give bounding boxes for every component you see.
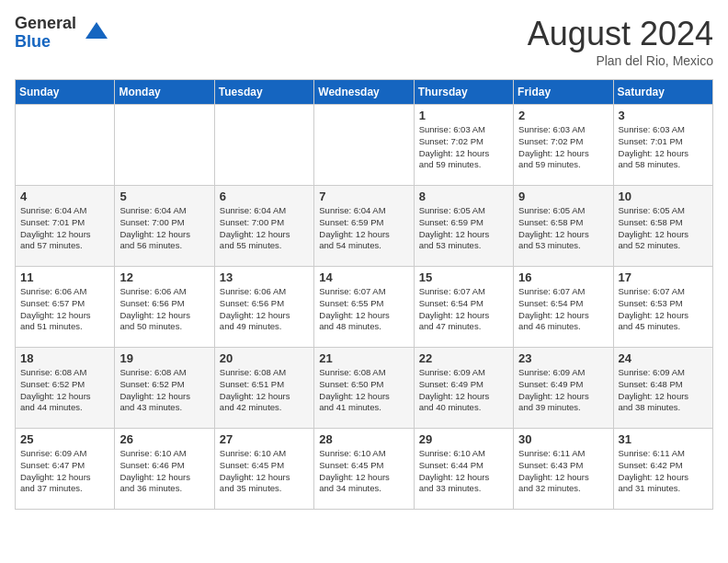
col-sunday: Sunday bbox=[16, 80, 115, 105]
calendar-cell: 23Sunrise: 6:09 AM Sunset: 6:49 PM Dayli… bbox=[514, 348, 613, 429]
calendar-week-row: 18Sunrise: 6:08 AM Sunset: 6:52 PM Dayli… bbox=[16, 348, 713, 429]
day-info: Sunrise: 6:08 AM Sunset: 6:51 PM Dayligh… bbox=[220, 367, 309, 414]
day-info: Sunrise: 6:05 AM Sunset: 6:58 PM Dayligh… bbox=[518, 205, 608, 252]
title-block: August 2024 Plan del Rio, Mexico bbox=[528, 15, 713, 68]
day-number: 13 bbox=[220, 270, 309, 284]
calendar-cell: 15Sunrise: 6:07 AM Sunset: 6:54 PM Dayli… bbox=[414, 267, 513, 348]
calendar-week-row: 25Sunrise: 6:09 AM Sunset: 6:47 PM Dayli… bbox=[16, 429, 713, 510]
day-info: Sunrise: 6:07 AM Sunset: 6:53 PM Dayligh… bbox=[619, 286, 708, 333]
calendar-cell: 5Sunrise: 6:04 AM Sunset: 7:00 PM Daylig… bbox=[115, 186, 214, 267]
calendar-cell: 17Sunrise: 6:07 AM Sunset: 6:53 PM Dayli… bbox=[613, 267, 712, 348]
day-info: Sunrise: 6:07 AM Sunset: 6:55 PM Dayligh… bbox=[319, 286, 408, 333]
svg-marker-0 bbox=[85, 22, 108, 39]
calendar-cell bbox=[214, 105, 313, 186]
day-number: 26 bbox=[119, 432, 209, 446]
calendar-cell: 11Sunrise: 6:06 AM Sunset: 6:57 PM Dayli… bbox=[16, 267, 115, 348]
day-number: 9 bbox=[518, 190, 608, 203]
day-info: Sunrise: 6:06 AM Sunset: 6:57 PM Dayligh… bbox=[20, 286, 109, 333]
day-info: Sunrise: 6:07 AM Sunset: 6:54 PM Dayligh… bbox=[419, 286, 508, 333]
day-number: 28 bbox=[319, 432, 408, 446]
day-number: 8 bbox=[419, 190, 508, 203]
calendar-cell: 25Sunrise: 6:09 AM Sunset: 6:47 PM Dayli… bbox=[16, 429, 115, 510]
page-header: General Blue August 2024 Plan del Rio, M… bbox=[15, 15, 713, 68]
calendar-cell: 18Sunrise: 6:08 AM Sunset: 6:52 PM Dayli… bbox=[16, 348, 115, 429]
location: Plan del Rio, Mexico bbox=[528, 53, 713, 68]
calendar-table: Sunday Monday Tuesday Wednesday Thursday… bbox=[15, 79, 713, 510]
day-info: Sunrise: 6:06 AM Sunset: 6:56 PM Dayligh… bbox=[119, 286, 209, 333]
day-info: Sunrise: 6:06 AM Sunset: 6:56 PM Dayligh… bbox=[220, 286, 309, 333]
calendar-cell: 31Sunrise: 6:11 AM Sunset: 6:42 PM Dayli… bbox=[613, 429, 712, 510]
day-info: Sunrise: 6:11 AM Sunset: 6:42 PM Dayligh… bbox=[619, 448, 708, 495]
day-number: 4 bbox=[20, 190, 109, 203]
day-number: 3 bbox=[619, 109, 708, 122]
day-number: 30 bbox=[518, 432, 608, 446]
day-info: Sunrise: 6:03 AM Sunset: 7:01 PM Dayligh… bbox=[619, 124, 708, 171]
calendar-cell: 29Sunrise: 6:10 AM Sunset: 6:44 PM Dayli… bbox=[414, 429, 513, 510]
calendar-cell: 3Sunrise: 6:03 AM Sunset: 7:01 PM Daylig… bbox=[613, 105, 712, 186]
calendar-cell bbox=[314, 105, 414, 186]
calendar-week-row: 11Sunrise: 6:06 AM Sunset: 6:57 PM Dayli… bbox=[16, 267, 713, 348]
day-info: Sunrise: 6:08 AM Sunset: 6:50 PM Dayligh… bbox=[319, 367, 408, 414]
day-number: 31 bbox=[619, 432, 708, 446]
day-number: 25 bbox=[20, 432, 109, 446]
day-number: 21 bbox=[319, 351, 408, 365]
day-info: Sunrise: 6:10 AM Sunset: 6:44 PM Dayligh… bbox=[419, 448, 508, 495]
calendar-cell: 21Sunrise: 6:08 AM Sunset: 6:50 PM Dayli… bbox=[314, 348, 414, 429]
header-row: Sunday Monday Tuesday Wednesday Thursday… bbox=[16, 80, 713, 105]
calendar-cell: 16Sunrise: 6:07 AM Sunset: 6:54 PM Dayli… bbox=[514, 267, 613, 348]
day-info: Sunrise: 6:11 AM Sunset: 6:43 PM Dayligh… bbox=[518, 448, 608, 495]
calendar-cell: 26Sunrise: 6:10 AM Sunset: 6:46 PM Dayli… bbox=[115, 429, 214, 510]
calendar-cell: 7Sunrise: 6:04 AM Sunset: 6:59 PM Daylig… bbox=[314, 186, 414, 267]
day-number: 10 bbox=[619, 190, 708, 203]
day-info: Sunrise: 6:09 AM Sunset: 6:49 PM Dayligh… bbox=[419, 367, 508, 414]
day-info: Sunrise: 6:09 AM Sunset: 6:48 PM Dayligh… bbox=[619, 367, 708, 414]
calendar-cell: 9Sunrise: 6:05 AM Sunset: 6:58 PM Daylig… bbox=[514, 186, 613, 267]
day-info: Sunrise: 6:09 AM Sunset: 6:49 PM Dayligh… bbox=[518, 367, 608, 414]
day-number: 11 bbox=[20, 270, 109, 284]
calendar-cell bbox=[16, 105, 115, 186]
col-thursday: Thursday bbox=[414, 80, 513, 105]
day-number: 2 bbox=[518, 109, 608, 122]
day-info: Sunrise: 6:10 AM Sunset: 6:45 PM Dayligh… bbox=[319, 448, 408, 495]
day-number: 19 bbox=[119, 351, 209, 365]
day-number: 24 bbox=[619, 351, 708, 365]
calendar-cell: 24Sunrise: 6:09 AM Sunset: 6:48 PM Dayli… bbox=[613, 348, 712, 429]
day-number: 6 bbox=[220, 190, 309, 203]
calendar-cell: 8Sunrise: 6:05 AM Sunset: 6:59 PM Daylig… bbox=[414, 186, 513, 267]
calendar-cell: 30Sunrise: 6:11 AM Sunset: 6:43 PM Dayli… bbox=[514, 429, 613, 510]
day-info: Sunrise: 6:08 AM Sunset: 6:52 PM Dayligh… bbox=[119, 367, 209, 414]
calendar-cell: 13Sunrise: 6:06 AM Sunset: 6:56 PM Dayli… bbox=[214, 267, 313, 348]
calendar-cell: 27Sunrise: 6:10 AM Sunset: 6:45 PM Dayli… bbox=[214, 429, 313, 510]
calendar-header: Sunday Monday Tuesday Wednesday Thursday… bbox=[16, 80, 713, 105]
day-number: 20 bbox=[220, 351, 309, 365]
logo-blue-text: Blue bbox=[15, 33, 76, 52]
day-info: Sunrise: 6:07 AM Sunset: 6:54 PM Dayligh… bbox=[518, 286, 608, 333]
calendar-cell: 19Sunrise: 6:08 AM Sunset: 6:52 PM Dayli… bbox=[115, 348, 214, 429]
day-number: 16 bbox=[518, 270, 608, 284]
calendar-week-row: 1Sunrise: 6:03 AM Sunset: 7:02 PM Daylig… bbox=[16, 105, 713, 186]
col-wednesday: Wednesday bbox=[314, 80, 414, 105]
logo: General Blue bbox=[15, 15, 109, 52]
col-friday: Friday bbox=[514, 80, 613, 105]
calendar-cell: 10Sunrise: 6:05 AM Sunset: 6:58 PM Dayli… bbox=[613, 186, 712, 267]
day-info: Sunrise: 6:04 AM Sunset: 7:00 PM Dayligh… bbox=[220, 205, 309, 252]
calendar-body: 1Sunrise: 6:03 AM Sunset: 7:02 PM Daylig… bbox=[16, 105, 713, 510]
day-number: 17 bbox=[619, 270, 708, 284]
logo-general-text: General bbox=[15, 15, 76, 33]
calendar-cell: 4Sunrise: 6:04 AM Sunset: 7:01 PM Daylig… bbox=[16, 186, 115, 267]
day-info: Sunrise: 6:10 AM Sunset: 6:45 PM Dayligh… bbox=[220, 448, 309, 495]
day-number: 18 bbox=[20, 351, 109, 365]
day-number: 15 bbox=[419, 270, 508, 284]
day-info: Sunrise: 6:04 AM Sunset: 7:01 PM Dayligh… bbox=[20, 205, 109, 252]
calendar-cell: 14Sunrise: 6:07 AM Sunset: 6:55 PM Dayli… bbox=[314, 267, 414, 348]
calendar-cell: 20Sunrise: 6:08 AM Sunset: 6:51 PM Dayli… bbox=[214, 348, 313, 429]
calendar-cell: 6Sunrise: 6:04 AM Sunset: 7:00 PM Daylig… bbox=[214, 186, 313, 267]
day-number: 1 bbox=[419, 109, 508, 122]
calendar-cell: 2Sunrise: 6:03 AM Sunset: 7:02 PM Daylig… bbox=[514, 105, 613, 186]
day-number: 12 bbox=[119, 270, 209, 284]
day-info: Sunrise: 6:03 AM Sunset: 7:02 PM Dayligh… bbox=[518, 124, 608, 171]
day-info: Sunrise: 6:10 AM Sunset: 6:46 PM Dayligh… bbox=[119, 448, 209, 495]
calendar-cell: 12Sunrise: 6:06 AM Sunset: 6:56 PM Dayli… bbox=[115, 267, 214, 348]
day-info: Sunrise: 6:09 AM Sunset: 6:47 PM Dayligh… bbox=[20, 448, 109, 495]
calendar-cell: 1Sunrise: 6:03 AM Sunset: 7:02 PM Daylig… bbox=[414, 105, 513, 186]
